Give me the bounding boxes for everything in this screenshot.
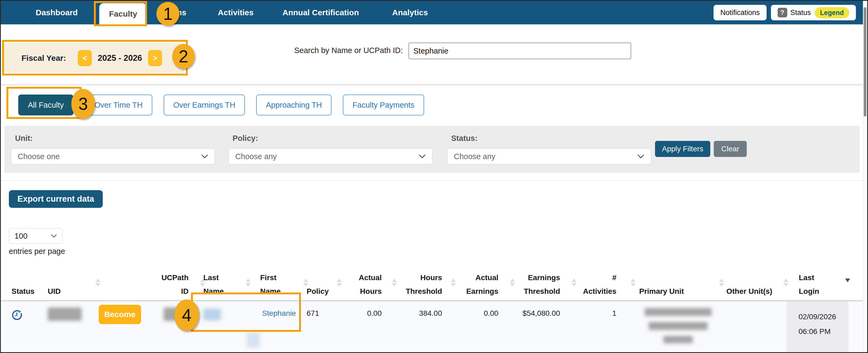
cell-earnings-threshold: $54,080.00 bbox=[513, 301, 575, 352]
col-header-earnings-threshold[interactable]: Earnings Threshold bbox=[513, 268, 575, 300]
col-header-other-units[interactable]: Other Unit(s) bbox=[722, 268, 787, 300]
col-header-actual-hours[interactable]: Actual Hours bbox=[340, 268, 395, 300]
col-header-policy[interactable]: Policy bbox=[307, 268, 340, 300]
fiscal-year-panel: Fiscal Year: < 2025 - 2026 > bbox=[4, 43, 185, 73]
entries-per-page-select[interactable]: 100 bbox=[9, 228, 62, 244]
policy-filter-label: Policy: bbox=[232, 134, 258, 143]
chevron-down-icon bbox=[51, 234, 57, 238]
filter-panel: Unit: Choose one Policy: Choose any Stat… bbox=[4, 126, 860, 173]
entries-per-page-label: entries per page bbox=[9, 247, 65, 256]
nav-item-activities[interactable]: Activities bbox=[218, 1, 253, 24]
cell-other-units bbox=[722, 301, 787, 352]
col-header-become bbox=[99, 268, 148, 300]
tab-over-time-th[interactable]: Over Time TH bbox=[85, 95, 152, 115]
fiscal-year-label: Fiscal Year: bbox=[22, 54, 66, 63]
tab-all-faculty[interactable]: All Faculty bbox=[18, 95, 73, 115]
status-filter-value: Choose any bbox=[454, 152, 495, 161]
cell-num-activities: 1 bbox=[575, 301, 634, 352]
become-button[interactable]: Become bbox=[99, 305, 141, 324]
col-header-status[interactable]: Status bbox=[11, 268, 48, 300]
tab-over-earnings-th[interactable]: Over Earnings TH bbox=[164, 95, 245, 115]
search-label: Search by Name or UCPath ID: bbox=[294, 46, 403, 55]
redacted-uid-value bbox=[48, 308, 82, 321]
cell-status bbox=[11, 301, 48, 352]
tab-faculty-payments[interactable]: Faculty Payments bbox=[343, 95, 424, 115]
col-header-num-activities[interactable]: # Activities bbox=[575, 268, 634, 300]
col-header-hours-threshold[interactable]: Hours Threshold bbox=[395, 268, 454, 300]
redacted-primary-unit-line bbox=[663, 336, 693, 343]
status-legend-button[interactable]: ? Status Legend bbox=[771, 5, 856, 20]
notifications-button[interactable]: Notifications bbox=[713, 5, 766, 20]
redacted-last-name-link[interactable] bbox=[203, 309, 221, 320]
apply-filters-button[interactable]: Apply Filters bbox=[655, 141, 710, 157]
chevron-down-icon bbox=[201, 154, 208, 158]
fiscal-year-value: 2025 - 2026 bbox=[98, 53, 142, 63]
policy-filter-select[interactable]: Choose any bbox=[228, 148, 432, 165]
notifications-label: Notifications bbox=[720, 8, 760, 17]
top-navbar: Dashboard Faculty Forms Activities Annua… bbox=[1, 1, 863, 24]
entries-per-page-value: 100 bbox=[14, 232, 27, 241]
status-filter-label: Status: bbox=[451, 134, 477, 143]
col-header-ucpath-id[interactable]: UCPath ID bbox=[148, 268, 203, 300]
redacted-primary-unit-line bbox=[645, 308, 712, 316]
fiscal-year-next-button[interactable]: > bbox=[148, 50, 162, 66]
col-header-uid[interactable]: UID bbox=[48, 268, 99, 300]
cell-actual-earnings: 0.00 bbox=[454, 301, 513, 352]
cell-actual-hours: 0.00 bbox=[340, 301, 395, 352]
redacted-ucpath-id-value bbox=[164, 308, 197, 321]
first-name-link[interactable]: Stephanie bbox=[262, 309, 296, 317]
clear-filters-button[interactable]: Clear bbox=[714, 141, 747, 157]
redacted-name-extra bbox=[247, 332, 260, 348]
cell-uid bbox=[48, 301, 99, 352]
col-header-first-name[interactable]: First Name bbox=[249, 268, 307, 300]
cell-become: Become bbox=[99, 301, 148, 352]
col-header-actual-earnings[interactable]: Actual Earnings bbox=[454, 268, 513, 300]
sort-desc-icon[interactable] bbox=[845, 279, 850, 282]
fiscal-year-prev-button[interactable]: < bbox=[78, 50, 92, 66]
col-header-last-name[interactable]: Last Name bbox=[203, 268, 249, 300]
search-input[interactable] bbox=[408, 43, 631, 59]
nav-item-analytics[interactable]: Analytics bbox=[392, 1, 428, 24]
col-header-primary-unit[interactable]: Primary Unit bbox=[634, 268, 722, 300]
last-login-date: 02/09/2026 bbox=[799, 310, 848, 324]
nav-item-annual-certification[interactable]: Annual Certification bbox=[282, 1, 359, 24]
redacted-primary-unit-line bbox=[649, 322, 708, 330]
status-label: Status bbox=[790, 8, 811, 17]
unit-filter-select[interactable]: Choose one bbox=[11, 148, 215, 165]
cell-last-login: 02/09/2026 06:06 PM bbox=[787, 301, 848, 352]
view-tabs-row: All Faculty Over Time TH Over Earnings T… bbox=[18, 95, 424, 115]
chevron-down-icon bbox=[637, 154, 644, 158]
vertical-scrollbar[interactable] bbox=[863, 1, 867, 352]
cell-hours-threshold: 384.00 bbox=[395, 301, 454, 352]
table-header: Status UID UCPath ID Last Name First Nam… bbox=[11, 268, 848, 300]
col-header-last-login[interactable]: Last Login bbox=[787, 268, 848, 300]
status-filter-select[interactable]: Choose any bbox=[447, 148, 651, 165]
help-icon: ? bbox=[778, 8, 787, 17]
export-current-data-button[interactable]: Export current data bbox=[9, 190, 103, 208]
divider-top bbox=[1, 85, 863, 85]
tab-approaching-th[interactable]: Approaching TH bbox=[256, 95, 332, 115]
legend-badge: Legend bbox=[815, 7, 849, 18]
last-login-time: 06:06 PM bbox=[799, 324, 848, 339]
policy-filter-value: Choose any bbox=[235, 152, 277, 161]
chevron-down-icon bbox=[419, 154, 426, 158]
unit-filter-label: Unit: bbox=[15, 134, 33, 143]
cell-primary-unit bbox=[634, 301, 722, 352]
clock-history-status-icon bbox=[11, 310, 22, 320]
nav-item-faculty-active[interactable]: Faculty bbox=[99, 3, 147, 24]
scrollbar-thumb[interactable] bbox=[864, 7, 866, 116]
table-row[interactable]: Become Stephanie 671 0.00 384.00 0.00 $5… bbox=[1, 301, 863, 352]
cell-ucpath-id bbox=[148, 301, 203, 352]
unit-filter-value: Choose one bbox=[18, 152, 60, 161]
nav-item-forms[interactable]: Forms bbox=[162, 1, 186, 24]
nav-item-dashboard[interactable]: Dashboard bbox=[36, 1, 78, 24]
cell-last-name bbox=[203, 301, 249, 352]
cell-policy: 671 bbox=[307, 301, 340, 352]
